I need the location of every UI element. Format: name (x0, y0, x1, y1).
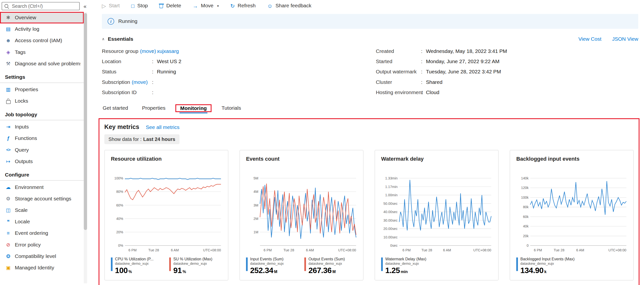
sidebar-item-scale[interactable]: ◫ Scale (0, 204, 84, 216)
svg-text:Tue 28: Tue 28 (554, 248, 564, 252)
metric-card-resource-utilization[interactable]: Resource utilization 100%80%60%40%20%0%6… (104, 150, 228, 280)
svg-text:Tue 28: Tue 28 (148, 248, 159, 252)
json-view-link[interactable]: JSON View (612, 36, 638, 42)
search-input[interactable] (2, 2, 80, 10)
tab-tutorials[interactable]: Tutorials (221, 103, 242, 113)
sidebar-section-configure: Configure (0, 172, 84, 181)
sidebar-item-compatibility-level[interactable]: ❂ Compatibility level (0, 250, 84, 262)
annotation-key-metrics-section: Key metrics See all metrics Show data fo… (98, 118, 639, 285)
essentials-title[interactable]: Essentials (108, 36, 133, 42)
sidebar-item-access-control[interactable]: ☻ Access control (IAM) (0, 35, 84, 46)
status-value: Running (157, 69, 176, 74)
legend-unit: k (544, 270, 546, 274)
tab-monitoring[interactable]: Monitoring (180, 103, 208, 113)
start-button[interactable]: ▷ Start (102, 3, 120, 9)
tags-icon: ◈ (5, 50, 12, 54)
metric-card-events-count[interactable]: Events count 5M4M3M2M1M6 PMTue 286 AMUTC… (240, 150, 364, 280)
field-value: Cloud (426, 89, 440, 95)
essentials-section: ∧ Essentials View Cost JSON View Resourc… (102, 36, 638, 97)
field-label: Created (376, 48, 394, 54)
field-value: Tuesday, June 28, 2022 3:42 PM (426, 69, 501, 74)
svg-text:1.17min: 1.17min (385, 185, 398, 189)
status-banner: i Running (102, 14, 638, 29)
sidebar-section-settings: Settings (0, 74, 84, 83)
managed-identity-icon: ▣ (5, 265, 12, 270)
sidebar-item-overview[interactable]: ✱ Overview (0, 12, 84, 24)
svg-text:60%: 60% (116, 203, 124, 207)
sidebar-item-outputs[interactable]: ↦ Outputs (0, 156, 84, 167)
locale-icon: ❝ (5, 219, 12, 224)
svg-text:UTC+08:00: UTC+08:00 (203, 248, 221, 252)
sidebar-item-locale[interactable]: ❝ Locale (0, 216, 84, 228)
svg-text:100k: 100k (521, 196, 529, 200)
svg-text:30.00sec: 30.00sec (383, 218, 398, 222)
svg-text:20k: 20k (523, 234, 529, 238)
metric-card-backlogged-input-events[interactable]: Backlogged input events 140k120k100k80k6… (510, 150, 634, 280)
legend-entry: SU % Utilization (Max) dataskew_demo_xuj… (169, 257, 222, 275)
legend-color-bar (246, 258, 248, 271)
sidebar-item-label: Access control (IAM) (15, 38, 62, 44)
svg-text:Tue 28: Tue 28 (421, 248, 432, 252)
svg-text:40k: 40k (523, 224, 529, 228)
legend-color-bar (169, 258, 171, 271)
sidebar-item-error-policy[interactable]: ⊘ Error policy (0, 239, 84, 250)
move-subscription-link[interactable]: (move) (132, 79, 148, 85)
legend-resource-name: dataskew_demo_xujx (520, 262, 574, 266)
chevron-up-icon[interactable]: ∧ (102, 37, 104, 41)
svg-text:6 PM: 6 PM (534, 248, 542, 252)
gear-icon: ⚙ (5, 196, 12, 201)
status-banner-text: Running (118, 18, 137, 24)
play-icon: ▷ (102, 3, 106, 8)
svg-text:80%: 80% (116, 190, 124, 194)
sidebar-item-functions[interactable]: ƒ Functions (0, 133, 84, 144)
metric-card-watermark-delay[interactable]: Watermark delay 1.33min1.17min1.00min50.… (374, 150, 499, 280)
legend-resource-name: dataskew_demo_xujx (115, 262, 154, 266)
search-icon (5, 4, 8, 8)
sidebar-item-label: Diagnose and solve problems (15, 61, 80, 66)
sidebar-item-diagnose[interactable]: ⚒ Diagnose and solve problems (0, 58, 84, 69)
svg-text:80k: 80k (523, 205, 529, 209)
sidebar-item-inputs[interactable]: ⇥ Inputs (0, 121, 84, 133)
refresh-button[interactable]: ↻ Refresh (230, 3, 256, 9)
sidebar-item-managed-identity[interactable]: ▣ Managed Identity (0, 262, 84, 274)
sidebar-scrollbar[interactable] (84, 12, 87, 284)
sidebar-item-tags[interactable]: ◈ Tags (0, 46, 84, 58)
see-all-metrics-link[interactable]: See all metrics (146, 124, 180, 130)
svg-text:2M: 2M (254, 217, 258, 221)
sidebar-item-query[interactable]: <> Query (0, 144, 84, 156)
annotation-monitoring-tab: Monitoring (175, 104, 212, 112)
sidebar-item-locks[interactable]: Locks (0, 95, 84, 107)
resource-group-value-link[interactable]: xujxasarg (157, 48, 179, 54)
legend-metric-name: Backlogged Input Events (Max) (520, 257, 574, 261)
field-label: Location (102, 58, 122, 64)
scrollbar-thumb[interactable] (84, 13, 87, 230)
sidebar-item-label: Activity log (15, 26, 40, 32)
tab-get-started[interactable]: Get started (102, 103, 129, 113)
sidebar-item-storage-settings[interactable]: ⚙ Storage account settings (0, 193, 84, 204)
svg-text:20.00sec: 20.00sec (383, 227, 398, 231)
legend-metric-name: CPU % Utilization (P... (115, 257, 154, 261)
sidebar-item-label: Compatibility level (15, 253, 56, 259)
card-title: Watermark delay (381, 156, 492, 162)
show-data-filter[interactable]: Show data for :Last 24 hours (104, 134, 180, 144)
essentials-row-resource-group: Resource group(move) xujxasarg (102, 46, 376, 56)
stop-button[interactable]: □ Stop (131, 3, 148, 9)
sidebar-collapse-button[interactable]: « (81, 2, 89, 10)
sidebar-item-properties[interactable]: ▥ Properties (0, 84, 84, 95)
tab-properties[interactable]: Properties (141, 103, 166, 113)
move-button[interactable]: → Move ▾ (193, 3, 219, 9)
svg-text:60k: 60k (523, 215, 529, 219)
view-cost-link[interactable]: View Cost (578, 36, 601, 42)
activity-log-icon: ▤ (5, 26, 12, 32)
sidebar-item-environment[interactable]: ☁ Environment (0, 182, 84, 193)
sidebar-item-activity-log[interactable]: ▤ Activity log (0, 24, 84, 35)
properties-icon: ▥ (5, 87, 12, 92)
field-label: Subscription (102, 79, 130, 85)
chevron-down-icon: ▾ (217, 4, 219, 8)
delete-button[interactable]: Delete (159, 3, 181, 9)
event-ordering-icon: ≡ (5, 231, 12, 236)
share-feedback-button[interactable]: ☺ Share feedback (267, 3, 312, 9)
filter-value: Last 24 hours (143, 136, 175, 142)
sidebar-item-event-ordering[interactable]: ≡ Event ordering (0, 228, 84, 239)
sidebar-item-label: Environment (15, 184, 44, 190)
